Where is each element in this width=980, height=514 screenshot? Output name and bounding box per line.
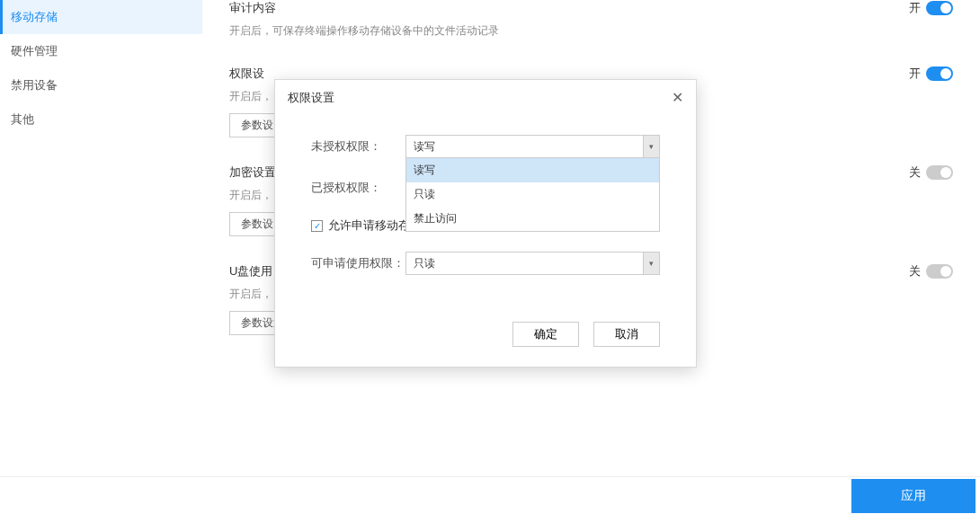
unauth-dropdown: 读写 只读 禁止访问 bbox=[405, 158, 660, 232]
auth-label: 已授权权限： bbox=[311, 180, 405, 196]
audit-desc: 开启后，可保存终端操作移动存储设备中的文件活动记录 bbox=[229, 23, 953, 39]
sidebar-item-hardware[interactable]: 硬件管理 bbox=[0, 34, 202, 68]
apply-perm-select-value: 只读 bbox=[414, 256, 435, 271]
permission-toggle[interactable] bbox=[926, 66, 953, 81]
unauth-select-value: 读写 bbox=[414, 139, 435, 155]
chevron-down-icon: ▾ bbox=[643, 253, 659, 274]
usb-toggle[interactable] bbox=[926, 264, 953, 279]
audit-toggle-label: 开 bbox=[909, 0, 921, 16]
sidebar: 移动存储 硬件管理 禁用设备 其他 bbox=[0, 0, 202, 514]
dropdown-option-readwrite[interactable]: 读写 bbox=[406, 158, 659, 182]
apply-perm-label: 可申请使用权限： bbox=[311, 255, 405, 271]
sidebar-item-mobile-storage[interactable]: 移动存储 bbox=[0, 0, 202, 34]
sidebar-item-other[interactable]: 其他 bbox=[0, 102, 202, 137]
encrypt-toggle[interactable] bbox=[926, 165, 953, 180]
unauth-label: 未授权权限： bbox=[311, 138, 405, 155]
permission-title: 权限设 bbox=[229, 66, 264, 82]
cancel-button[interactable]: 取消 bbox=[593, 322, 660, 347]
apply-button[interactable]: 应用 bbox=[851, 479, 976, 513]
section-audit: 审计内容 开 开启后，可保存终端操作移动存储设备中的文件活动记录 bbox=[229, 0, 953, 39]
usb-toggle-label: 关 bbox=[909, 263, 921, 279]
footer: 应用 bbox=[0, 476, 980, 514]
ok-button[interactable]: 确定 bbox=[512, 322, 579, 347]
permission-toggle-label: 开 bbox=[909, 66, 921, 82]
encrypt-toggle-label: 关 bbox=[909, 164, 921, 181]
usb-title: U盘使用 bbox=[229, 263, 272, 279]
chevron-down-icon: ▾ bbox=[643, 136, 659, 157]
apply-perm-select[interactable]: 只读 ▾ bbox=[405, 252, 660, 275]
approval-checkbox[interactable]: ✓ bbox=[311, 220, 323, 232]
sidebar-item-disable-device[interactable]: 禁用设备 bbox=[0, 68, 202, 102]
encrypt-title: 加密设置 bbox=[229, 164, 276, 181]
unauth-select[interactable]: 读写 ▾ bbox=[405, 135, 660, 158]
dropdown-option-forbid[interactable]: 禁止访问 bbox=[406, 207, 659, 231]
modal-title: 权限设置 bbox=[288, 90, 334, 106]
dropdown-option-readonly[interactable]: 只读 bbox=[406, 182, 659, 207]
close-icon[interactable]: ✕ bbox=[672, 89, 683, 106]
permission-modal: 权限设置 ✕ 未授权权限： 读写 ▾ 读写 只读 禁止访问 已授权权限： ✓ 允… bbox=[274, 79, 697, 368]
audit-toggle[interactable] bbox=[926, 1, 953, 15]
audit-title: 审计内容 bbox=[229, 0, 276, 16]
